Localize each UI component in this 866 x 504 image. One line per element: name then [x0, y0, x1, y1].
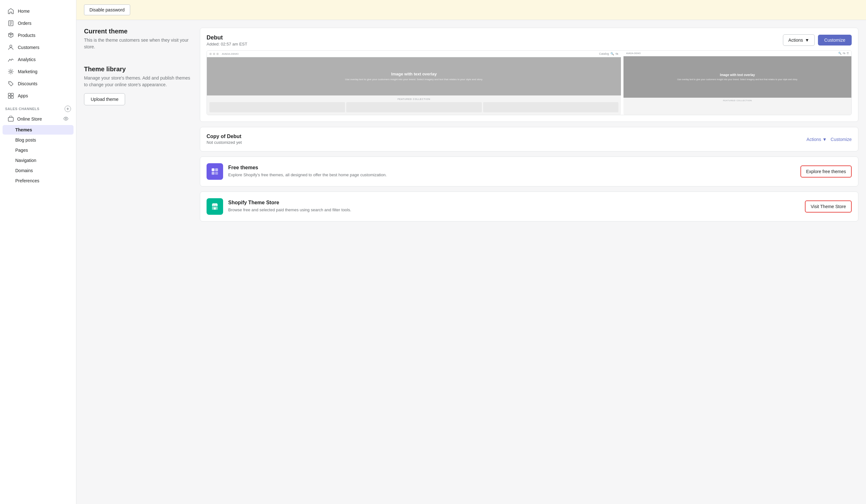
right-column: Debut Added: 02:57 am EST Actions ▼ Cust…	[200, 28, 858, 222]
sidebar: Home Orders Products Customers Analytics…	[0, 0, 76, 504]
apps-icon	[8, 93, 14, 99]
browser-dot-2	[213, 53, 215, 55]
browser-bar-desktop: AVADA-DEMO Catalog 🔍 🛍	[207, 51, 621, 57]
customers-icon	[8, 44, 14, 51]
sidebar-item-home[interactable]: Home	[2, 5, 74, 17]
sidebar-item-online-store[interactable]: Online Store	[2, 114, 74, 124]
sidebar-item-discounts-label: Discounts	[18, 81, 37, 86]
product-thumb-1	[209, 102, 345, 112]
preview-hero-mobile: Image with text overlay Use overlay text…	[623, 56, 851, 98]
theme-added: Added: 02:57 am EST	[207, 42, 247, 46]
free-themes-text: Free themes Explore Shopify's free theme…	[228, 165, 795, 178]
library-actions-dropdown-button[interactable]: Actions ▼	[807, 137, 827, 142]
add-sales-channel-btn[interactable]: +	[65, 105, 71, 112]
svg-rect-7	[11, 96, 13, 98]
library-theme-card: Copy of Debut Not customized yet Actions…	[200, 127, 858, 152]
online-store-label: Online Store	[17, 116, 42, 122]
disable-password-button[interactable]: Disable password	[84, 4, 130, 15]
mobile-menu-icon: ☰	[847, 52, 849, 55]
sidebar-sub-item-themes[interactable]: Themes	[2, 125, 74, 135]
sidebar-item-discounts[interactable]: Discounts	[2, 78, 74, 89]
sidebar-item-home-label: Home	[18, 9, 30, 14]
theme-store-desc: Browse free and selected paid themes usi…	[228, 207, 800, 213]
sidebar-sub-item-domains[interactable]: Domains	[2, 166, 74, 175]
theme-library-title: Theme library	[84, 66, 192, 73]
main-content: Disable password Current theme This is t…	[76, 0, 866, 504]
sidebar-sub-item-navigation[interactable]: Navigation	[2, 156, 74, 165]
preview-desktop: AVADA-DEMO Catalog 🔍 🛍 Image with text o…	[207, 51, 621, 115]
svg-point-1	[10, 45, 12, 47]
svg-rect-6	[8, 96, 11, 98]
mobile-search-icon: 🔍	[838, 52, 842, 55]
sidebar-item-analytics[interactable]: Analytics	[2, 54, 74, 65]
svg-point-3	[10, 82, 10, 83]
left-column: Current theme This is the theme customer…	[84, 28, 192, 222]
library-theme-actions: Actions ▼ Customize	[807, 137, 852, 142]
current-theme-desc: This is the theme customers see when the…	[84, 37, 192, 50]
sidebar-sub-item-blog-posts[interactable]: Blog posts	[2, 135, 74, 145]
svg-rect-15	[214, 208, 216, 210]
search-icon-small: 🔍	[610, 52, 614, 55]
svg-point-2	[10, 71, 12, 72]
theme-library-section: Theme library Manage your store's themes…	[84, 66, 192, 105]
sidebar-sub-item-pages[interactable]: Pages	[2, 145, 74, 155]
explore-free-themes-button[interactable]: Explore free themes	[800, 166, 852, 178]
upload-theme-button[interactable]: Upload theme	[84, 93, 125, 105]
theme-card-actions: Actions ▼ Customize	[783, 34, 852, 46]
library-customize-button[interactable]: Customize	[831, 137, 852, 142]
sidebar-item-customers-label: Customers	[18, 45, 40, 50]
copy-theme-name: Copy of Debut	[207, 134, 242, 139]
sidebar-item-marketing-label: Marketing	[18, 69, 37, 74]
mobile-featured: FEATURED COLLECTION	[623, 98, 851, 105]
sidebar-item-products[interactable]: Products	[2, 30, 74, 41]
chevron-down-icon: ▼	[805, 37, 809, 43]
svg-rect-4	[8, 93, 11, 96]
free-themes-desc: Explore Shopify's free themes, all desig…	[228, 172, 795, 178]
customize-theme-button[interactable]: Customize	[818, 35, 852, 45]
current-theme-section: Current theme This is the theme customer…	[84, 28, 192, 50]
sidebar-item-analytics-label: Analytics	[18, 57, 36, 62]
sidebar-item-marketing[interactable]: Marketing	[2, 66, 74, 77]
mobile-store-label: AVADA-DEMO	[626, 52, 641, 54]
products-icon	[8, 32, 14, 38]
sidebar-item-customers[interactable]: Customers	[2, 42, 74, 53]
content-area: Current theme This is the theme customer…	[76, 20, 866, 229]
preview-products	[209, 102, 618, 112]
theme-store-text: Shopify Theme Store Browse free and sele…	[228, 200, 800, 213]
sidebar-item-orders[interactable]: Orders	[2, 18, 74, 29]
marketing-icon	[8, 68, 14, 75]
eye-icon	[63, 116, 68, 122]
discounts-icon	[8, 80, 14, 87]
desktop-store-label: AVADA-DEMO	[222, 53, 239, 55]
mobile-bar-icons: 🔍 🛍 ☰	[838, 52, 849, 55]
sales-channels-section: SALES CHANNELS +	[0, 102, 76, 113]
free-themes-icon	[207, 163, 223, 180]
cart-icon-small: 🛍	[615, 52, 618, 55]
hero-desc: Use overlay text to give your customers …	[345, 78, 483, 81]
theme-store-icon	[207, 198, 223, 215]
theme-name: Debut	[207, 34, 247, 41]
svg-rect-11	[215, 168, 218, 171]
library-theme-info: Copy of Debut Not customized yet	[207, 134, 242, 145]
chevron-down-icon-lib: ▼	[822, 137, 827, 142]
product-thumb-3	[483, 102, 619, 112]
sidebar-sub-item-preferences[interactable]: Preferences	[2, 176, 74, 186]
preview-featured: FEATURED COLLECTION	[207, 96, 621, 115]
featured-label: FEATURED COLLECTION	[209, 98, 618, 100]
orders-icon	[8, 20, 14, 26]
online-store-icon	[8, 116, 14, 122]
free-themes-title: Free themes	[228, 165, 795, 170]
sidebar-item-products-label: Products	[18, 33, 35, 38]
actions-dropdown-button[interactable]: Actions ▼	[783, 34, 815, 46]
visit-theme-store-button[interactable]: Visit Theme Store	[805, 200, 852, 213]
catalog-link: Catalog	[599, 52, 609, 55]
sidebar-item-apps-label: Apps	[18, 93, 28, 98]
free-themes-card: Free themes Explore Shopify's free theme…	[200, 157, 858, 187]
analytics-icon	[8, 56, 14, 63]
preview-mobile: AVADA-DEMO 🔍 🛍 ☰ Image with text overlay…	[623, 51, 851, 115]
sidebar-item-apps[interactable]: Apps	[2, 90, 74, 101]
current-theme-card: Debut Added: 02:57 am EST Actions ▼ Cust…	[200, 28, 858, 122]
browser-bar-mobile: AVADA-DEMO 🔍 🛍 ☰	[623, 51, 851, 56]
mobile-hero-desc: Use overlay text to give your customers …	[677, 78, 798, 81]
hero-title: Image with text overlay	[391, 71, 437, 76]
